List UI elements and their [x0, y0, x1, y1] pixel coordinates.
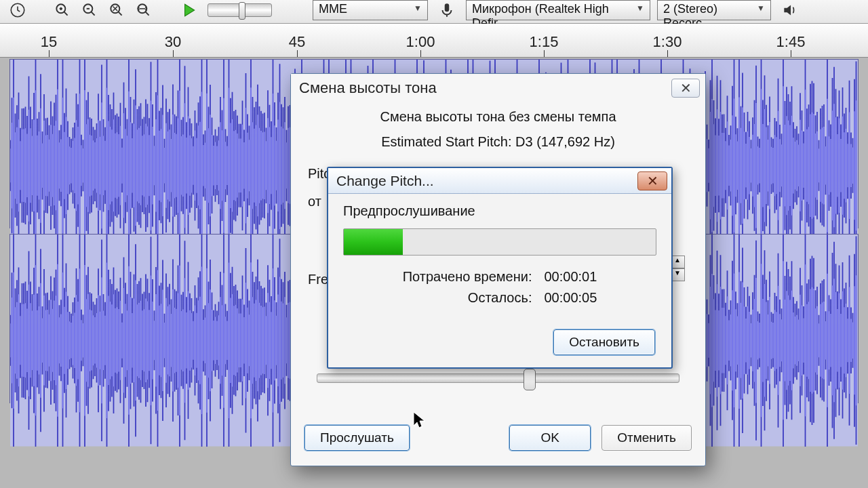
zoom-fit-project-icon[interactable]	[132, 0, 156, 22]
main-toolbar: MME Микрофон (Realtek High Defir 2 (Ster…	[0, 0, 868, 24]
mic-icon	[435, 0, 459, 22]
remaining-label: Осталось:	[403, 290, 532, 306]
dialog-subtitle: Смена высоты тона без смены темпа	[308, 109, 688, 125]
speaker-icon	[778, 0, 802, 22]
zoom-fit-selection-icon[interactable]	[104, 0, 129, 22]
elapsed-label: Потрачено времени:	[403, 269, 532, 285]
estimated-pitch-label: Estimated Start Pitch: D3 (147,692 Hz)	[308, 134, 688, 150]
dialog-title[interactable]: Смена высоты тона	[291, 74, 705, 102]
tool-clock-icon[interactable]	[5, 0, 30, 22]
close-icon[interactable]: ✕	[671, 79, 700, 98]
audio-host-dropdown[interactable]: MME	[313, 0, 428, 20]
progress-heading: Предпрослушивание	[343, 203, 656, 219]
preview-button[interactable]: Прослушать	[304, 425, 410, 451]
recording-device-dropdown[interactable]: Микрофон (Realtek High Defir	[466, 0, 650, 20]
elapsed-value: 00:00:01	[544, 269, 597, 285]
pitch-slider[interactable]	[317, 373, 679, 383]
zoom-in-icon[interactable]	[50, 0, 75, 22]
progress-dialog: Change Pitch... ✕ Предпрослушивание Потр…	[327, 167, 673, 369]
timeline-ruler[interactable]: 15 30 45 1:00 1:15 1:30 1:45	[0, 24, 868, 58]
remaining-value: 00:00:05	[544, 290, 597, 306]
playback-speed-slider[interactable]	[208, 3, 272, 17]
mouse-cursor-icon	[412, 411, 426, 430]
svg-rect-5	[445, 3, 450, 12]
stop-button[interactable]: Остановить	[553, 329, 655, 355]
zoom-out-icon[interactable]	[77, 0, 102, 22]
play-button[interactable]	[176, 0, 201, 22]
progress-bar	[343, 228, 656, 256]
progress-dialog-title[interactable]: Change Pitch...	[328, 168, 671, 194]
cancel-button[interactable]: Отменить	[601, 425, 692, 451]
recording-channels-dropdown[interactable]: 2 (Stereo) Recorc	[657, 0, 771, 20]
close-icon[interactable]: ✕	[637, 171, 667, 190]
ok-button[interactable]: OK	[509, 425, 591, 451]
